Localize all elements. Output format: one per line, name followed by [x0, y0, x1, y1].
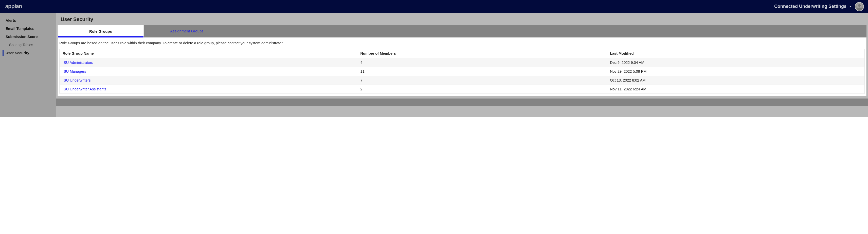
settings-dropdown-label: Connected Underwriting Settings: [774, 4, 846, 9]
role-group-link[interactable]: ISU Administrators: [63, 61, 93, 65]
role-group-link[interactable]: ISU Underwriter Assistants: [63, 87, 106, 91]
sidebar-item-user-security[interactable]: User Security: [0, 49, 56, 57]
page-title: User Security: [61, 16, 863, 22]
tab-role-groups[interactable]: Role Groups: [58, 25, 144, 37]
table-row: ISU Managers 11 Nov 29, 2022 5:08 PM: [60, 67, 865, 76]
sidebar-item-label: Scoring Tables: [9, 43, 33, 47]
sidebar-item-email-templates[interactable]: Email Templates: [0, 25, 56, 33]
sidebar-item-scoring-tables[interactable]: Scoring Tables: [0, 41, 56, 49]
cell-members: 7: [358, 76, 607, 85]
col-header-members[interactable]: Number of Members: [358, 49, 607, 58]
sidebar: Alerts Email Templates Submission Score …: [0, 13, 56, 117]
user-avatar[interactable]: [855, 2, 864, 11]
tab-label: Assignment Groups: [170, 29, 204, 33]
tab-label: Role Groups: [89, 29, 112, 33]
svg-text:appian: appian: [5, 4, 22, 9]
tab-assignment-groups[interactable]: Assignment Groups: [144, 25, 230, 37]
col-header-name[interactable]: Role Group Name: [60, 49, 358, 58]
role-group-link[interactable]: ISU Managers: [63, 69, 86, 73]
sidebar-item-label: Alerts: [6, 19, 16, 23]
table-row: ISU Administrators 4 Dec 5, 2022 9:04 AM: [60, 58, 865, 67]
chevron-down-icon: [849, 6, 852, 7]
settings-dropdown[interactable]: Connected Underwriting Settings: [774, 4, 852, 9]
cell-modified: Nov 29, 2022 5:08 PM: [607, 67, 864, 76]
brand-logo[interactable]: appian: [4, 4, 34, 10]
role-group-link[interactable]: ISU Underwriters: [63, 78, 91, 82]
cell-members: 4: [358, 58, 607, 67]
cell-modified: Nov 11, 2022 6:24 AM: [607, 85, 864, 94]
table-row: ISU Underwriter Assistants 2 Nov 11, 202…: [60, 85, 865, 94]
role-groups-table: Role Group Name Number of Members Last M…: [59, 48, 865, 94]
app-header: appian Connected Underwriting Settings: [0, 0, 868, 13]
col-header-modified[interactable]: Last Modified: [607, 49, 864, 58]
main-content: User Security Role Groups Assignment Gro…: [56, 13, 868, 117]
role-groups-panel: Role Groups are based on the user's role…: [58, 37, 866, 96]
cell-modified: Oct 13, 2022 8:02 AM: [607, 76, 864, 85]
cell-modified: Dec 5, 2022 9:04 AM: [607, 58, 864, 67]
sidebar-item-submission-score[interactable]: Submission Score: [0, 33, 56, 41]
table-row: ISU Underwriters 7 Oct 13, 2022 8:02 AM: [60, 76, 865, 85]
cell-members: 2: [358, 85, 607, 94]
sidebar-item-label: Email Templates: [6, 27, 34, 31]
tabs: Role Groups Assignment Groups: [58, 25, 866, 37]
cell-members: 11: [358, 67, 607, 76]
sidebar-item-label: Submission Score: [6, 35, 38, 39]
svg-point-2: [857, 7, 862, 10]
svg-point-1: [858, 4, 861, 7]
sidebar-item-label: User Security: [6, 51, 29, 55]
role-groups-description: Role Groups are based on the user's role…: [58, 37, 866, 48]
sidebar-item-alerts[interactable]: Alerts: [0, 16, 56, 25]
